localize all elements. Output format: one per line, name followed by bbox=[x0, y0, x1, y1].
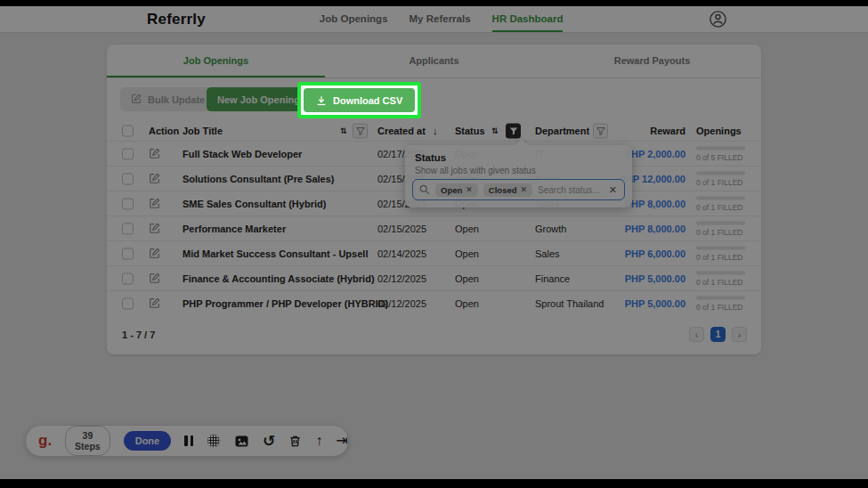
download-icon bbox=[316, 95, 327, 106]
dim-overlay bbox=[0, 0, 868, 488]
download-csv-label: Download CSV bbox=[333, 95, 402, 106]
action-highlight-box: Download CSV bbox=[297, 82, 421, 118]
screen: Referrly Job Openings My Referrals HR Da… bbox=[0, 0, 868, 488]
download-csv-button[interactable]: Download CSV bbox=[304, 88, 415, 112]
